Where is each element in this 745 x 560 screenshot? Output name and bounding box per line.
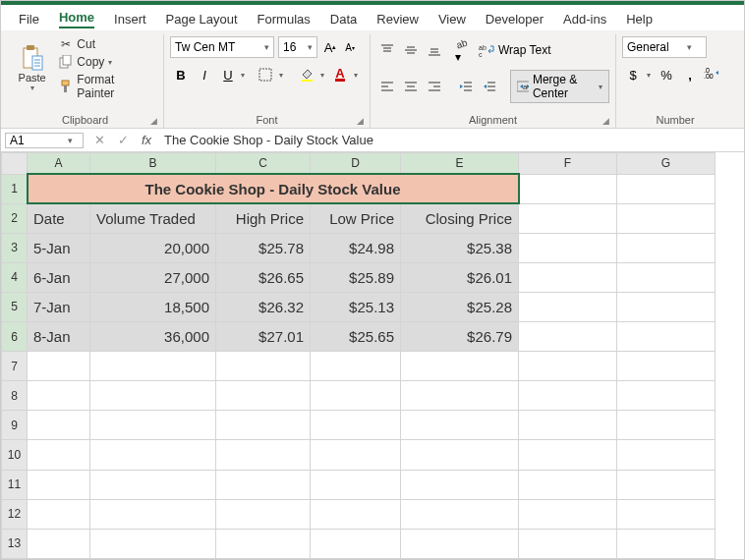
cell[interactable] <box>90 381 216 411</box>
align-top-button[interactable] <box>376 39 398 61</box>
cell[interactable] <box>216 470 311 499</box>
cell-header-high[interactable]: High Price <box>216 203 311 233</box>
cell[interactable] <box>617 411 716 440</box>
cell[interactable] <box>28 352 90 381</box>
cell[interactable] <box>519 352 617 381</box>
cell[interactable] <box>519 499 617 529</box>
col-header-g[interactable]: G <box>617 153 716 175</box>
menu-formulas[interactable]: Formulas <box>248 9 320 29</box>
copy-button[interactable]: Copy ▾ <box>55 54 157 70</box>
decrease-font-button[interactable]: A▾ <box>341 38 359 56</box>
menu-help[interactable]: Help <box>616 9 662 29</box>
cell[interactable] <box>28 470 90 499</box>
cell[interactable] <box>401 529 519 558</box>
chevron-down-icon[interactable]: ▾ <box>303 42 316 52</box>
cell[interactable]: 18,500 <box>90 292 216 321</box>
row-header-6[interactable]: 6 <box>2 322 28 352</box>
cell[interactable]: $26.32 <box>216 292 311 321</box>
menu-data[interactable]: Data <box>320 9 367 29</box>
chevron-down-icon[interactable]: ▾ <box>317 71 327 80</box>
cell[interactable] <box>401 352 519 381</box>
cell[interactable] <box>311 381 401 411</box>
cell[interactable] <box>519 174 617 203</box>
cell[interactable]: $26.65 <box>216 262 311 292</box>
row-header-1[interactable]: 1 <box>2 174 28 203</box>
name-box-input[interactable] <box>6 134 63 147</box>
cell[interactable] <box>90 470 216 499</box>
cell[interactable] <box>617 262 716 292</box>
cell[interactable] <box>617 499 716 529</box>
cell[interactable] <box>90 352 216 381</box>
cell[interactable] <box>28 499 90 529</box>
cell[interactable] <box>617 174 716 203</box>
cell[interactable] <box>401 411 519 440</box>
merge-center-button[interactable]: a Merge & Center ▾ <box>510 70 609 103</box>
cell[interactable] <box>28 440 90 470</box>
align-center-button[interactable] <box>400 76 422 97</box>
cell[interactable]: 20,000 <box>90 233 216 262</box>
cell[interactable] <box>617 322 716 352</box>
menu-developer[interactable]: Developer <box>476 9 553 29</box>
col-header-c[interactable]: C <box>216 153 311 175</box>
cell[interactable] <box>311 529 401 558</box>
cell[interactable] <box>216 411 311 440</box>
cell[interactable] <box>519 440 617 470</box>
cell[interactable] <box>216 440 311 470</box>
align-middle-button[interactable] <box>400 39 422 61</box>
chevron-down-icon[interactable]: ▾ <box>63 136 77 145</box>
cell[interactable] <box>401 470 519 499</box>
col-header-d[interactable]: D <box>311 153 401 175</box>
italic-button[interactable]: I <box>194 64 215 85</box>
cell[interactable] <box>519 292 617 321</box>
cell[interactable] <box>519 529 617 558</box>
cell[interactable] <box>401 499 519 529</box>
confirm-formula-button[interactable]: ✓ <box>111 133 135 147</box>
cell[interactable] <box>519 381 617 411</box>
comma-format-button[interactable]: , <box>679 64 701 85</box>
cell[interactable] <box>28 381 90 411</box>
cell[interactable]: $25.38 <box>401 233 519 262</box>
cell-header-low[interactable]: Low Price <box>311 203 401 233</box>
align-left-button[interactable] <box>376 76 398 97</box>
cell-header-volume[interactable]: Volume Traded <box>90 203 216 233</box>
cell[interactable] <box>519 322 617 352</box>
row-header-7[interactable]: 7 <box>2 352 28 381</box>
cell[interactable] <box>311 499 401 529</box>
cell[interactable]: 7-Jan <box>28 292 90 321</box>
number-format-combo[interactable]: General ▾ <box>622 36 707 58</box>
cell[interactable] <box>28 411 90 440</box>
cell-header-close[interactable]: Closing Price <box>401 203 519 233</box>
cell[interactable] <box>216 352 311 381</box>
menu-insert[interactable]: Insert <box>104 9 156 29</box>
chevron-down-icon[interactable]: ▾ <box>673 42 706 52</box>
cell[interactable] <box>28 529 90 558</box>
cell[interactable] <box>617 292 716 321</box>
font-name-combo[interactable]: ▾ <box>170 36 274 58</box>
cell[interactable] <box>90 440 216 470</box>
bold-button[interactable]: B <box>170 64 192 85</box>
cell[interactable] <box>216 381 311 411</box>
cell[interactable] <box>90 411 216 440</box>
align-right-button[interactable] <box>424 76 445 97</box>
increase-indent-button[interactable] <box>479 76 500 97</box>
cell[interactable] <box>90 499 216 529</box>
font-size-input[interactable] <box>279 40 303 54</box>
dialog-launcher-icon[interactable]: ◢ <box>602 116 609 126</box>
cell[interactable] <box>617 233 716 262</box>
accounting-format-button[interactable]: $ <box>622 64 644 85</box>
chevron-down-icon[interactable]: ▾ <box>241 71 245 80</box>
cell[interactable] <box>216 499 311 529</box>
row-header-2[interactable]: 2 <box>2 203 28 233</box>
cut-button[interactable]: ✂ Cut <box>55 36 157 52</box>
cell[interactable]: $24.98 <box>311 233 401 262</box>
cell[interactable] <box>617 203 716 233</box>
cell[interactable]: $25.28 <box>401 292 519 321</box>
menu-home[interactable]: Home <box>49 7 104 31</box>
cell[interactable] <box>617 470 716 499</box>
font-color-button[interactable]: A <box>329 64 351 85</box>
cell[interactable] <box>311 411 401 440</box>
paste-button[interactable]: Paste ▾ <box>13 36 51 99</box>
col-header-f[interactable]: F <box>519 153 617 175</box>
cell-header-date[interactable]: Date <box>28 203 90 233</box>
formula-bar-text[interactable]: The Cookie Shop - Daily Stock Value <box>158 133 744 147</box>
